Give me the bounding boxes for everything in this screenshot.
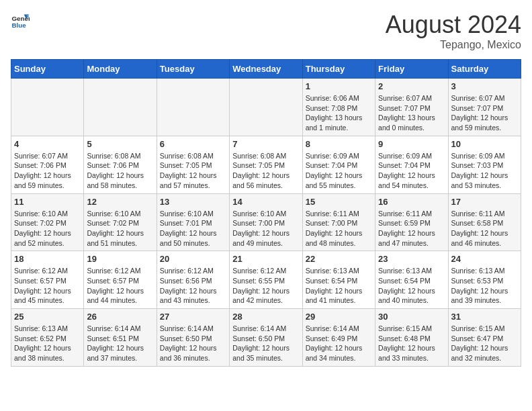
calendar-week-row: 18Sunrise: 6:12 AM Sunset: 6:57 PM Dayli… — [11, 251, 521, 309]
calendar-cell: 16Sunrise: 6:11 AM Sunset: 6:59 PM Dayli… — [375, 193, 448, 251]
day-number: 10 — [451, 139, 518, 149]
calendar-week-row: 11Sunrise: 6:10 AM Sunset: 7:02 PM Dayli… — [11, 193, 521, 251]
day-number: 11 — [14, 197, 81, 207]
header-tuesday: Tuesday — [157, 60, 229, 79]
calendar-cell: 21Sunrise: 6:12 AM Sunset: 6:55 PM Dayli… — [230, 251, 302, 309]
calendar-cell: 22Sunrise: 6:13 AM Sunset: 6:54 PM Dayli… — [302, 251, 375, 309]
day-number: 30 — [378, 312, 445, 322]
calendar-cell: 26Sunrise: 6:14 AM Sunset: 6:51 PM Dayli… — [84, 309, 157, 367]
location: Tepango, Mexico — [386, 39, 521, 51]
day-info: Sunrise: 6:09 AM Sunset: 7:04 PM Dayligh… — [306, 151, 372, 191]
day-info: Sunrise: 6:11 AM Sunset: 7:00 PM Dayligh… — [306, 209, 372, 248]
logo-icon: General Blue — [11, 11, 30, 30]
calendar-cell: 10Sunrise: 6:09 AM Sunset: 7:03 PM Dayli… — [448, 136, 521, 193]
day-number: 4 — [14, 139, 81, 149]
day-info: Sunrise: 6:12 AM Sunset: 6:55 PM Dayligh… — [232, 266, 299, 306]
day-info: Sunrise: 6:10 AM Sunset: 7:02 PM Dayligh… — [87, 209, 153, 248]
calendar-week-row: 25Sunrise: 6:13 AM Sunset: 6:52 PM Dayli… — [11, 309, 521, 367]
header-monday: Monday — [84, 60, 157, 79]
day-info: Sunrise: 6:10 AM Sunset: 7:00 PM Dayligh… — [232, 209, 299, 248]
calendar-cell: 7Sunrise: 6:08 AM Sunset: 7:05 PM Daylig… — [230, 136, 302, 193]
day-number: 12 — [87, 197, 153, 207]
calendar-cell: 19Sunrise: 6:12 AM Sunset: 6:57 PM Dayli… — [84, 251, 157, 309]
day-number: 5 — [87, 139, 153, 149]
day-info: Sunrise: 6:07 AM Sunset: 7:07 PM Dayligh… — [378, 93, 445, 133]
day-number: 31 — [451, 312, 518, 322]
day-info: Sunrise: 6:10 AM Sunset: 7:02 PM Dayligh… — [14, 209, 81, 248]
day-number: 13 — [160, 197, 226, 207]
calendar-cell: 31Sunrise: 6:15 AM Sunset: 6:47 PM Dayli… — [448, 309, 521, 367]
calendar-cell: 9Sunrise: 6:09 AM Sunset: 7:04 PM Daylig… — [375, 136, 448, 193]
calendar-header-row: Sunday Monday Tuesday Wednesday Thursday… — [11, 60, 521, 79]
day-number: 27 — [160, 312, 226, 322]
calendar-cell: 20Sunrise: 6:12 AM Sunset: 6:56 PM Dayli… — [157, 251, 229, 309]
day-number: 20 — [160, 254, 226, 264]
day-number: 25 — [14, 312, 81, 322]
calendar-cell — [157, 79, 229, 136]
header-thursday: Thursday — [302, 60, 375, 79]
header-saturday: Saturday — [448, 60, 521, 79]
day-number: 6 — [160, 139, 226, 149]
day-number: 8 — [306, 139, 372, 149]
day-info: Sunrise: 6:13 AM Sunset: 6:53 PM Dayligh… — [451, 266, 518, 306]
day-number: 3 — [451, 81, 518, 91]
day-number: 19 — [87, 254, 153, 264]
day-info: Sunrise: 6:14 AM Sunset: 6:49 PM Dayligh… — [306, 324, 372, 363]
calendar-week-row: 1Sunrise: 6:06 AM Sunset: 7:08 PM Daylig… — [11, 79, 521, 136]
day-number: 26 — [87, 312, 153, 322]
logo: General Blue — [11, 11, 30, 30]
day-info: Sunrise: 6:08 AM Sunset: 7:05 PM Dayligh… — [160, 151, 226, 191]
day-info: Sunrise: 6:14 AM Sunset: 6:51 PM Dayligh… — [87, 324, 153, 363]
calendar-cell: 30Sunrise: 6:15 AM Sunset: 6:48 PM Dayli… — [375, 309, 448, 367]
day-info: Sunrise: 6:09 AM Sunset: 7:04 PM Dayligh… — [378, 151, 445, 191]
calendar-cell: 23Sunrise: 6:13 AM Sunset: 6:54 PM Dayli… — [375, 251, 448, 309]
calendar-cell: 11Sunrise: 6:10 AM Sunset: 7:02 PM Dayli… — [11, 193, 84, 251]
calendar-cell: 1Sunrise: 6:06 AM Sunset: 7:08 PM Daylig… — [302, 79, 375, 136]
calendar-cell — [11, 79, 84, 136]
calendar-week-row: 4Sunrise: 6:07 AM Sunset: 7:06 PM Daylig… — [11, 136, 521, 193]
day-info: Sunrise: 6:14 AM Sunset: 6:50 PM Dayligh… — [160, 324, 226, 363]
day-info: Sunrise: 6:12 AM Sunset: 6:57 PM Dayligh… — [14, 266, 81, 306]
day-number: 17 — [451, 197, 518, 207]
calendar-cell: 28Sunrise: 6:14 AM Sunset: 6:50 PM Dayli… — [230, 309, 302, 367]
calendar-cell: 24Sunrise: 6:13 AM Sunset: 6:53 PM Dayli… — [448, 251, 521, 309]
header-friday: Friday — [375, 60, 448, 79]
day-info: Sunrise: 6:08 AM Sunset: 7:05 PM Dayligh… — [232, 151, 299, 191]
header-wednesday: Wednesday — [230, 60, 302, 79]
calendar-cell: 5Sunrise: 6:08 AM Sunset: 7:06 PM Daylig… — [84, 136, 157, 193]
calendar-cell: 27Sunrise: 6:14 AM Sunset: 6:50 PM Dayli… — [157, 309, 229, 367]
page-header: General Blue August 2024 Tepango, Mexico — [11, 11, 521, 51]
day-info: Sunrise: 6:13 AM Sunset: 6:54 PM Dayligh… — [378, 266, 445, 306]
day-info: Sunrise: 6:11 AM Sunset: 6:58 PM Dayligh… — [451, 209, 518, 248]
day-info: Sunrise: 6:09 AM Sunset: 7:03 PM Dayligh… — [451, 151, 518, 191]
calendar-cell: 14Sunrise: 6:10 AM Sunset: 7:00 PM Dayli… — [230, 193, 302, 251]
calendar-cell — [230, 79, 302, 136]
day-number: 16 — [378, 197, 445, 207]
day-info: Sunrise: 6:15 AM Sunset: 6:48 PM Dayligh… — [378, 324, 445, 363]
day-number: 18 — [14, 254, 81, 264]
day-info: Sunrise: 6:07 AM Sunset: 7:07 PM Dayligh… — [451, 93, 518, 133]
calendar-cell: 8Sunrise: 6:09 AM Sunset: 7:04 PM Daylig… — [302, 136, 375, 193]
calendar-table: Sunday Monday Tuesday Wednesday Thursday… — [11, 59, 521, 367]
calendar-cell: 2Sunrise: 6:07 AM Sunset: 7:07 PM Daylig… — [375, 79, 448, 136]
calendar-cell: 15Sunrise: 6:11 AM Sunset: 7:00 PM Dayli… — [302, 193, 375, 251]
day-number: 21 — [232, 254, 299, 264]
calendar-cell: 17Sunrise: 6:11 AM Sunset: 6:58 PM Dayli… — [448, 193, 521, 251]
day-number: 29 — [306, 312, 372, 322]
calendar-cell: 4Sunrise: 6:07 AM Sunset: 7:06 PM Daylig… — [11, 136, 84, 193]
title-block: August 2024 Tepango, Mexico — [386, 11, 521, 51]
day-info: Sunrise: 6:10 AM Sunset: 7:01 PM Dayligh… — [160, 209, 226, 248]
day-number: 1 — [306, 81, 372, 91]
day-info: Sunrise: 6:08 AM Sunset: 7:06 PM Dayligh… — [87, 151, 153, 191]
day-number: 15 — [306, 197, 372, 207]
calendar-cell: 3Sunrise: 6:07 AM Sunset: 7:07 PM Daylig… — [448, 79, 521, 136]
calendar-cell: 12Sunrise: 6:10 AM Sunset: 7:02 PM Dayli… — [84, 193, 157, 251]
day-number: 23 — [378, 254, 445, 264]
calendar-cell: 29Sunrise: 6:14 AM Sunset: 6:49 PM Dayli… — [302, 309, 375, 367]
day-info: Sunrise: 6:13 AM Sunset: 6:54 PM Dayligh… — [306, 266, 372, 306]
day-info: Sunrise: 6:06 AM Sunset: 7:08 PM Dayligh… — [306, 93, 372, 133]
calendar-cell: 6Sunrise: 6:08 AM Sunset: 7:05 PM Daylig… — [157, 136, 229, 193]
day-info: Sunrise: 6:14 AM Sunset: 6:50 PM Dayligh… — [232, 324, 299, 363]
calendar-cell — [84, 79, 157, 136]
day-number: 9 — [378, 139, 445, 149]
